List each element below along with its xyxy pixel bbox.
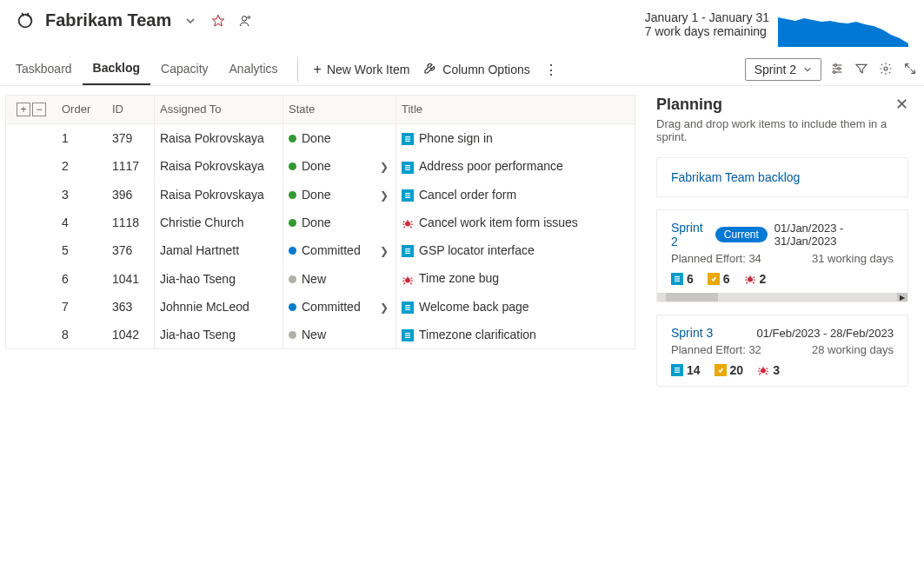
cell-id: 1042 [107, 321, 154, 348]
favorite-star-icon[interactable] [209, 12, 227, 30]
scrollbar[interactable]: ▶ [657, 293, 907, 301]
cell-title[interactable]: GSP locator interface [396, 236, 635, 264]
sprint-link[interactable]: Sprint 2 [671, 221, 708, 248]
table-row[interactable]: 7363Johnnie McLeodCommitted❯Welcome back… [6, 293, 635, 321]
svg-rect-50 [405, 335, 410, 336]
working-days: 31 working days [812, 252, 894, 265]
svg-rect-49 [405, 333, 410, 334]
bug-icon [744, 273, 756, 285]
column-options-label: Column Options [442, 63, 529, 76]
expand-row-icon[interactable]: ❯ [380, 161, 389, 173]
sprint-link[interactable]: Sprint 3 [671, 326, 713, 340]
cell-title[interactable]: Timezone clarification [396, 321, 635, 348]
cell-title[interactable]: Welcome back page [396, 293, 635, 321]
fullscreen-icon[interactable] [903, 62, 919, 78]
collapse-all-button[interactable]: − [32, 103, 46, 116]
team-members-icon[interactable] [237, 12, 255, 30]
table-row[interactable]: 5376Jamal HartnettCommitted❯GSP locator … [6, 236, 635, 264]
table-row[interactable]: 1379Raisa PokrovskayaDonePhone sign in [6, 124, 635, 152]
svg-rect-23 [405, 197, 410, 198]
column-options-button[interactable]: Column Options [416, 56, 536, 83]
svg-line-39 [411, 277, 413, 278]
feature-count: 6 [708, 272, 730, 286]
product-backlog-item-icon [402, 189, 414, 202]
cell-title[interactable]: Phone sign in [396, 124, 635, 152]
tab-taskboard[interactable]: Taskboard [5, 55, 83, 84]
table-header: + − Order ID Assigned To State Title [6, 96, 635, 124]
cell-order: 2 [57, 152, 107, 180]
svg-line-27 [411, 222, 413, 222]
svg-marker-4 [778, 17, 908, 47]
svg-line-63 [746, 282, 748, 284]
svg-line-59 [745, 277, 747, 278]
wrench-icon [423, 61, 437, 78]
svg-line-76 [759, 374, 761, 375]
svg-rect-14 [405, 139, 410, 140]
product-backlog-item-icon [402, 162, 414, 174]
cell-order: 1 [57, 124, 107, 152]
sprint-selector-dropdown[interactable]: Sprint 2 [745, 58, 821, 81]
planning-panel: Planning ✕ Drag and drop work items to i… [641, 86, 924, 407]
col-assigned[interactable]: Assigned To [154, 96, 283, 123]
bug-icon [402, 274, 414, 286]
product-backlog-item-icon [402, 329, 414, 341]
cell-id: 1117 [107, 152, 154, 180]
sprint-card[interactable]: Sprint 2Current01/Jan/2023 - 31/Jan/2023… [656, 209, 908, 302]
backlog-link[interactable]: Fabrikam Team backlog [671, 170, 800, 184]
cell-title[interactable]: Address poor performance [396, 152, 635, 180]
settings-sliders-icon[interactable] [830, 62, 846, 78]
svg-rect-19 [405, 169, 410, 169]
burndown-chart[interactable] [778, 10, 908, 47]
planned-effort: Planned Effort: 32 [671, 343, 761, 356]
svg-line-43 [410, 282, 412, 284]
expand-row-icon[interactable]: ❯ [380, 189, 389, 202]
tab-backlog[interactable]: Backlog [83, 54, 150, 85]
new-work-item-label: New Work Item [327, 63, 409, 76]
expand-row-icon[interactable]: ❯ [380, 245, 389, 257]
svg-marker-1 [213, 15, 224, 26]
cell-title[interactable]: Time zone bug [396, 264, 635, 292]
cell-state: Done [283, 209, 375, 236]
sprint-dates: 01/Feb/2023 - 28/Feb/2023 [756, 327, 894, 340]
tab-capacity[interactable]: Capacity [150, 55, 218, 84]
filter-icon[interactable] [854, 62, 870, 78]
more-actions-button[interactable]: ⋮ [537, 56, 565, 83]
table-row[interactable]: 61041Jia-hao TsengNewTime zone bug [6, 264, 635, 292]
col-order[interactable]: Order [57, 96, 107, 123]
svg-point-36 [405, 277, 410, 282]
backlog-link-card[interactable]: Fabrikam Team backlog [656, 157, 908, 197]
cell-id: 1041 [107, 265, 154, 293]
svg-rect-56 [709, 275, 718, 283]
table-row[interactable]: 21117Raisa PokrovskayaDone❯Address poor … [6, 152, 635, 180]
svg-point-57 [748, 277, 753, 282]
col-title[interactable]: Title [396, 96, 635, 123]
expand-row-icon[interactable]: ❯ [380, 301, 389, 314]
svg-rect-45 [405, 305, 410, 306]
planning-subtitle: Drag and drop work items to include them… [656, 117, 908, 143]
svg-point-9 [838, 67, 841, 70]
svg-point-8 [834, 63, 837, 66]
tab-analytics[interactable]: Analytics [219, 55, 289, 84]
close-planning-button[interactable]: ✕ [895, 95, 908, 114]
svg-line-73 [767, 368, 768, 369]
sprint-card[interactable]: Sprint 301/Feb/2023 - 28/Feb/2023Planned… [656, 315, 908, 387]
bug-icon [402, 217, 414, 229]
expand-all-button[interactable]: + [17, 103, 30, 116]
table-row[interactable]: 81042Jia-hao TsengNewTimezone clarificat… [6, 321, 635, 348]
product-backlog-item-icon [402, 301, 414, 314]
cell-title[interactable]: Cancel work item form issues [396, 209, 635, 236]
col-state[interactable]: State [283, 96, 375, 123]
table-row[interactable]: 3396Raisa PokrovskayaDone❯Cancel order f… [6, 181, 635, 209]
cell-title[interactable]: Cancel order form [396, 181, 635, 209]
table-row[interactable]: 41118Christie ChurchDoneCancel work item… [6, 209, 635, 236]
svg-line-42 [403, 282, 405, 284]
col-id[interactable]: ID [107, 96, 154, 123]
svg-line-60 [753, 277, 754, 278]
gear-icon[interactable] [879, 62, 894, 78]
plus-icon: + [314, 62, 322, 77]
more-vertical-icon: ⋮ [544, 62, 558, 78]
cell-order: 3 [57, 181, 107, 209]
team-picker-chevron-icon[interactable] [182, 12, 199, 30]
cell-assigned: Jia-hao Tseng [154, 321, 283, 348]
new-work-item-button[interactable]: + New Work Item [307, 56, 417, 83]
